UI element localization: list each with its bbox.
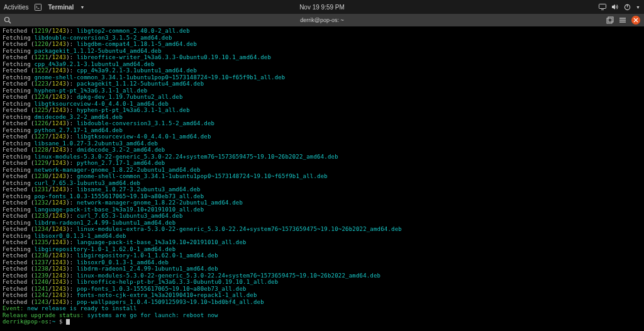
search-icon[interactable] xyxy=(4,16,11,24)
screen-icon[interactable] xyxy=(599,4,606,10)
svg-line-7 xyxy=(9,21,11,23)
volume-icon[interactable] xyxy=(611,4,619,10)
cursor xyxy=(66,319,70,325)
app-name[interactable]: Terminal xyxy=(48,4,74,11)
clock[interactable]: Nov 19 9:59 PM xyxy=(299,4,345,11)
close-icon[interactable] xyxy=(631,16,640,25)
activities-button[interactable]: Activities xyxy=(4,4,28,11)
gnome-topbar: Activities Terminal ▼ Nov 19 9:59 PM ▼ xyxy=(0,0,644,14)
svg-rect-8 xyxy=(607,18,612,23)
svg-point-6 xyxy=(5,18,9,22)
app-menu-arrow-icon[interactable]: ▼ xyxy=(80,5,84,9)
power-icon[interactable] xyxy=(624,4,631,11)
svg-rect-0 xyxy=(35,4,42,10)
window-titlebar: derrik@pop-os: ~ xyxy=(0,14,644,26)
svg-rect-9 xyxy=(608,17,613,22)
system-menu-arrow-icon[interactable]: ▼ xyxy=(636,5,640,9)
terminal-app-icon[interactable] xyxy=(35,4,42,11)
svg-rect-2 xyxy=(599,4,606,9)
new-tab-icon[interactable] xyxy=(606,16,614,24)
hamburger-icon[interactable] xyxy=(619,17,626,23)
terminal-output[interactable]: Fetched (1219/1243): libgtop2-common_2.4… xyxy=(0,26,644,331)
window-title: derrik@pop-os: ~ xyxy=(300,17,343,23)
